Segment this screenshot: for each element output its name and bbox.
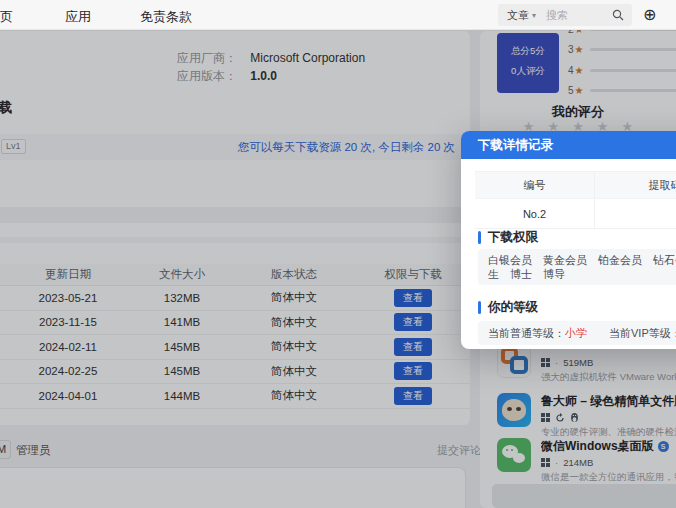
nav-item-disclaimer[interactable]: 免责条款	[140, 8, 192, 26]
col-header-date: 更新日期	[0, 267, 136, 282]
cell-size: 145MB	[136, 365, 228, 377]
cell-status: 简体中文	[228, 388, 360, 403]
related-app-item[interactable]: 微信Windows桌面版 S · 214MB 微信是一款全方位的通讯应用，帮助	[497, 438, 676, 482]
download-detail-modal: 下载详情记录 编号 提取码 No.2 下载权限 白银会员 黄金会员 铂金会员 钻…	[461, 131, 676, 349]
related-app-item[interactable]: · 519MB 强大的虚拟机软件 VMware Workstat	[497, 344, 676, 388]
cell-status: 简体中文	[228, 315, 360, 330]
quota-row: Lv1 您可以每天下载资源 20 次, 今日剩余 20 次	[0, 134, 470, 160]
cell-date: 2023-05-21	[0, 292, 136, 304]
view-button[interactable]: 查看	[394, 387, 432, 405]
download-table-header: 更新日期 文件大小 版本状态 权限与下载	[0, 264, 470, 286]
search-box: 文章 ▾	[498, 4, 632, 26]
star-row: 5 ★	[568, 81, 676, 102]
table-row: 2024-02-11 145MB 简体中文 查看	[0, 335, 470, 360]
dot-separator: ·	[555, 457, 558, 468]
windows-icon	[541, 458, 550, 467]
search-input[interactable]	[536, 9, 612, 21]
col-header-status: 版本状态	[228, 267, 360, 282]
star-icon: ★	[575, 85, 584, 96]
cell-status: 简体中文	[228, 290, 360, 305]
app-description: 微信是一款全方位的通讯应用，帮助	[541, 471, 676, 484]
col-header-code: 提取码	[595, 178, 676, 193]
cell-date: 2023-11-15	[0, 316, 136, 328]
vip-level-label: 当前VIP等级：	[609, 326, 676, 341]
cell-size: 132MB	[136, 292, 228, 304]
windows-icon	[541, 413, 550, 422]
star-distribution: 2 ★ 3 ★ 4 ★ 5 ★	[568, 19, 676, 101]
section-bar-icon	[478, 231, 481, 244]
avatar: M	[0, 440, 11, 459]
perm-tags-line2: 生 博士 博导	[488, 267, 676, 281]
view-button[interactable]: 查看	[394, 313, 432, 331]
app-title: 鲁大师 – 绿色精简单文件版本	[541, 393, 676, 410]
search-icon[interactable]	[612, 9, 624, 21]
admin-name-label: 管理员	[16, 443, 51, 458]
score-box: 总分5分 0人评分	[497, 33, 559, 93]
cell-status: 简体中文	[228, 339, 360, 354]
cell-size: 141MB	[136, 316, 228, 328]
total-score-label: 总分5分	[497, 45, 559, 58]
version-label: 应用版本：	[177, 69, 237, 83]
version-value: 1.0.0	[250, 69, 277, 83]
quota-text: 您可以每天下载资源 20 次, 今日剩余 20 次	[238, 140, 455, 155]
app-size-label: 519MB	[563, 357, 593, 368]
table-row: 2024-02-25 145MB 简体中文 查看	[0, 360, 470, 385]
perm-tags-box: 白银会员 黄金会员 铂金会员 钻石会员 学前班 生 博士 博导	[478, 249, 676, 285]
linux-icon	[570, 412, 579, 423]
submit-comment-button[interactable]: 提交评论	[437, 443, 481, 458]
modal-title: 下载详情记录	[478, 137, 553, 154]
view-button[interactable]: 查看	[394, 289, 432, 307]
star-count-label: 4	[568, 65, 574, 76]
section-bar-icon	[478, 301, 481, 314]
star-icon: ★	[575, 44, 584, 55]
star-bar	[590, 69, 676, 72]
star-row: 3 ★	[568, 40, 676, 61]
star-bar	[590, 48, 676, 51]
divider-band	[0, 237, 470, 243]
download-table: 更新日期 文件大小 版本状态 权限与下载 2023-05-21 132MB 简体…	[0, 264, 470, 409]
add-circle-icon[interactable]: ⊕	[643, 5, 656, 25]
cell-size: 145MB	[136, 341, 228, 353]
col-header-number: 编号	[475, 172, 595, 198]
app-title: 微信Windows桌面版 S	[541, 438, 676, 455]
app-detail-card: 应用厂商： Microsoft Corporation 应用版本： 1.0.0 …	[0, 31, 470, 425]
comment-input[interactable]	[0, 467, 466, 508]
table-row: 2023-05-21 132MB 简体中文 查看	[0, 286, 470, 311]
perm-section-title: 下载权限	[478, 229, 538, 246]
normal-level-label: 当前普通等级：	[488, 326, 565, 341]
ludashi-app-icon	[497, 393, 531, 427]
level-section-title: 你的等级	[478, 299, 538, 316]
modal-table-header: 编号 提取码	[475, 172, 676, 198]
cell-size: 144MB	[136, 390, 228, 402]
nav-item-apps[interactable]: 应用	[65, 8, 91, 26]
modal-table-row: No.2	[475, 198, 676, 228]
search-category-select[interactable]: 文章	[498, 8, 529, 23]
col-header-action: 权限与下载	[360, 267, 466, 282]
cell-status: 简体中文	[228, 364, 360, 379]
user-level-box: 当前普通等级： 小学 当前VIP等级：	[478, 321, 676, 345]
rating-count-label: 0人评分	[497, 65, 559, 78]
cell-number: No.2	[475, 199, 595, 228]
star-bar	[590, 89, 676, 92]
modal-table: 编号 提取码 No.2	[475, 171, 676, 229]
download-section-title: 下载	[0, 99, 12, 117]
nav-item-home[interactable]: 首页	[0, 8, 13, 26]
cell-date: 2024-02-25	[0, 365, 136, 377]
page: 首页 应用 免责条款 文章 ▾ ⊕ 应用厂商： Microsoft Corpor…	[0, 0, 676, 508]
table-row: 2024-04-01 144MB 简体中文 查看	[0, 384, 470, 409]
vmware-app-icon	[497, 344, 531, 378]
app-description: 强大的虚拟机软件 VMware Workstat	[541, 371, 676, 384]
normal-level-value: 小学	[565, 326, 587, 341]
vendor-row: 应用厂商： Microsoft Corporation	[177, 50, 365, 67]
view-button[interactable]: 查看	[394, 362, 432, 380]
view-button[interactable]: 查看	[394, 338, 432, 356]
top-navbar: 首页 应用 免责条款 文章 ▾ ⊕	[0, 0, 676, 30]
wechat-app-icon	[497, 438, 531, 472]
col-header-size: 文件大小	[136, 267, 228, 282]
refresh-icon	[555, 413, 565, 423]
cell-date: 2024-02-11	[0, 341, 136, 353]
divider-band	[0, 207, 470, 223]
related-app-item[interactable]: 鲁大师 – 绿色精简单文件版本 专业的硬件评测、准确的硬件检测、	[497, 393, 676, 437]
app-size-label: 214MB	[563, 457, 593, 468]
placeholder-box	[492, 484, 676, 508]
